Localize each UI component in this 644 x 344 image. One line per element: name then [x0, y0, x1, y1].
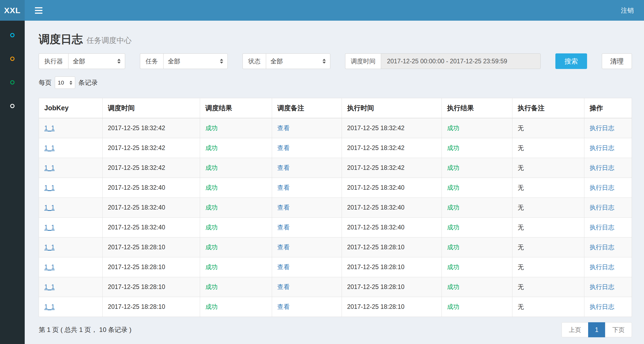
table-header-cell: 执行时间 [342, 98, 442, 118]
pagination-prev-button[interactable]: 上页 [562, 322, 588, 337]
cell-handle-time: 2017-12-25 18:32:42 [342, 138, 442, 158]
cell-handle-msg: 无 [512, 197, 584, 217]
exec-log-link[interactable]: 执行日志 [590, 204, 614, 211]
cell-trigger-time: 2017-12-25 18:28:10 [102, 257, 200, 277]
trigger-result-text: 成功 [205, 204, 218, 211]
select-stepper-icon [70, 81, 72, 85]
sidebar [0, 21, 25, 344]
cell-handle-result: 成功 [442, 158, 512, 178]
exec-log-link[interactable]: 执行日志 [590, 303, 614, 310]
search-button[interactable]: 搜索 [555, 53, 587, 69]
trigger-msg-link[interactable]: 查看 [277, 204, 290, 211]
sidebar-item-4[interactable] [0, 94, 25, 118]
sidebar-item-2[interactable] [0, 47, 25, 71]
main-content: 调度日志 任务调度中心 执行器 全部 任务 全部 状态 [25, 21, 644, 337]
cell-trigger-time: 2017-12-25 18:28:10 [102, 297, 200, 317]
trigger-result-text: 成功 [205, 184, 218, 191]
handle-result-text: 成功 [447, 204, 460, 211]
exec-log-link[interactable]: 执行日志 [590, 125, 614, 131]
jobkey-link[interactable]: 1_1 [44, 244, 55, 251]
job-select[interactable]: 全部 [163, 53, 228, 69]
page-size-row: 每页 10 条记录 [39, 76, 632, 89]
logout-link[interactable]: 注销 [621, 6, 644, 15]
executor-select-value: 全部 [73, 57, 85, 65]
cell-handle-time: 2017-12-25 18:32:40 [342, 197, 442, 217]
cell-handle-msg: 无 [512, 138, 584, 158]
exec-log-link[interactable]: 执行日志 [590, 164, 614, 171]
cell-jobkey: 1_1 [39, 158, 102, 178]
jobkey-link[interactable]: 1_1 [44, 303, 55, 310]
cell-trigger-msg: 查看 [272, 138, 342, 158]
status-filter-label: 状态 [243, 53, 266, 69]
trigger-result-text: 成功 [205, 125, 218, 131]
exec-log-link[interactable]: 执行日志 [590, 264, 614, 270]
cell-trigger-time: 2017-12-25 18:28:10 [102, 237, 200, 257]
cell-jobkey: 1_1 [39, 297, 102, 317]
page-size-prefix-label: 每页 [39, 78, 52, 87]
exec-log-link[interactable]: 执行日志 [590, 244, 614, 251]
cell-handle-result: 成功 [442, 138, 512, 158]
cell-jobkey: 1_1 [39, 217, 102, 237]
trigger-msg-link[interactable]: 查看 [277, 164, 290, 171]
cell-trigger-msg: 查看 [272, 237, 342, 257]
trigger-msg-link[interactable]: 查看 [277, 264, 290, 270]
circle-icon [10, 104, 15, 108]
cell-handle-time: 2017-12-25 18:32:40 [342, 217, 442, 237]
circle-icon [10, 80, 15, 85]
pagination-current-page[interactable]: 1 [588, 322, 605, 337]
exec-log-link[interactable]: 执行日志 [590, 224, 614, 231]
status-select-value: 全部 [270, 57, 283, 65]
trigger-msg-link[interactable]: 查看 [277, 283, 290, 290]
table-row: 1_1 2017-12-25 18:28:10 成功 查看 2017-12-25… [39, 297, 632, 317]
status-select[interactable]: 全部 [266, 53, 330, 69]
trigger-msg-link[interactable]: 查看 [277, 224, 290, 231]
trigger-time-range-input[interactable] [381, 53, 541, 69]
clear-button[interactable]: 清理 [602, 53, 632, 69]
cell-handle-time: 2017-12-25 18:32:42 [342, 118, 442, 138]
pagination-next-button[interactable]: 下页 [605, 322, 632, 337]
jobkey-link[interactable]: 1_1 [44, 224, 55, 231]
table-row: 1_1 2017-12-25 18:32:42 成功 查看 2017-12-25… [39, 118, 632, 138]
table-row: 1_1 2017-12-25 18:28:10 成功 查看 2017-12-25… [39, 237, 632, 257]
sidebar-item-3[interactable] [0, 71, 25, 94]
cell-trigger-time: 2017-12-25 18:32:40 [102, 197, 200, 217]
jobkey-link[interactable]: 1_1 [44, 204, 55, 211]
cell-trigger-result: 成功 [200, 197, 272, 217]
jobkey-link[interactable]: 1_1 [44, 144, 55, 151]
cell-action: 执行日志 [584, 257, 632, 277]
handle-result-text: 成功 [447, 125, 460, 131]
jobkey-link[interactable]: 1_1 [44, 264, 55, 270]
trigger-msg-link[interactable]: 查看 [277, 303, 290, 310]
exec-log-link[interactable]: 执行日志 [590, 184, 614, 191]
cell-trigger-result: 成功 [200, 297, 272, 317]
executor-select[interactable]: 全部 [68, 53, 125, 69]
trigger-msg-link[interactable]: 查看 [277, 184, 290, 191]
cell-handle-time: 2017-12-25 18:32:42 [342, 158, 442, 178]
menu-toggle-icon[interactable] [25, 7, 53, 14]
jobkey-link[interactable]: 1_1 [44, 184, 55, 191]
exec-log-link[interactable]: 执行日志 [590, 283, 614, 290]
trigger-msg-link[interactable]: 查看 [277, 144, 290, 151]
cell-handle-result: 成功 [442, 277, 512, 297]
jobkey-link[interactable]: 1_1 [44, 125, 55, 131]
cell-jobkey: 1_1 [39, 277, 102, 297]
page-size-select[interactable]: 10 [55, 76, 75, 89]
cell-trigger-time: 2017-12-25 18:28:10 [102, 277, 200, 297]
app-logo[interactable]: XXL [0, 0, 25, 21]
table-header-cell: 调度时间 [102, 98, 200, 118]
job-filter-label: 任务 [140, 53, 163, 69]
trigger-msg-link[interactable]: 查看 [277, 125, 290, 131]
cell-trigger-result: 成功 [200, 158, 272, 178]
cell-handle-result: 成功 [442, 118, 512, 138]
handle-result-text: 成功 [447, 303, 460, 310]
table-header-cell: 执行结果 [442, 98, 512, 118]
jobkey-link[interactable]: 1_1 [44, 164, 55, 171]
exec-log-link[interactable]: 执行日志 [590, 144, 614, 151]
trigger-msg-link[interactable]: 查看 [277, 244, 290, 251]
trigger-result-text: 成功 [205, 264, 218, 270]
cell-action: 执行日志 [584, 217, 632, 237]
trigger-result-text: 成功 [205, 164, 218, 171]
sidebar-item-1[interactable] [0, 23, 25, 47]
jobkey-link[interactable]: 1_1 [44, 283, 55, 290]
sidebar-menu [0, 21, 25, 118]
